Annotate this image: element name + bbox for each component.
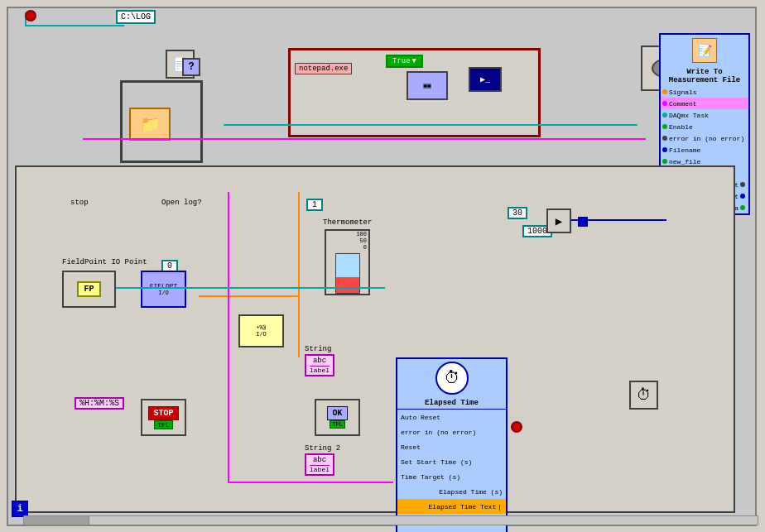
format-str-display: %H:%M:%S [75, 397, 124, 410]
string2-label: String 2 [305, 444, 340, 453]
get-start-row: Get Start Time (s) [397, 529, 506, 532]
true-arrow-icon: ▼ [412, 57, 416, 65]
wire-cyan-top [25, 25, 124, 26]
string1-text: String [305, 345, 331, 353]
openlog-container: Open log? OK TFL [161, 199, 202, 208]
thermometer-label: Thermometer [323, 218, 372, 227]
string1-block: abc label [305, 354, 334, 376]
label2-text: label [310, 465, 330, 473]
ok-inner: OK [327, 406, 347, 420]
num0-text: 0 [167, 261, 172, 271]
stop-btn-text: STOP [153, 409, 173, 418]
num30-text: 30 [512, 208, 522, 218]
label1-text: label [310, 366, 330, 374]
wire-orange-vert1 [298, 192, 300, 357]
time-target-row: Time Target (s) [397, 469, 506, 484]
elapsed-time-text-row: Elapsed Time Text | [397, 499, 506, 514]
errorin-row: error in (no error) [661, 132, 748, 144]
string2-container: String 2 abc label [305, 444, 340, 453]
abc2-text: abc [310, 456, 330, 464]
terminal-icon: ▶_ [469, 67, 502, 92]
filepath-box: C:\LOG [116, 10, 156, 24]
fp-io-block: FIELDPT I/O [141, 271, 186, 308]
true-label: True [392, 57, 411, 65]
true-dropdown[interactable]: True ▼ [386, 55, 423, 68]
stop-tfl-text: TFL [157, 421, 169, 429]
question-block: ? [182, 58, 200, 76]
fieldpoint-label: FieldPoint IO Point [62, 258, 147, 266]
enable-dot [662, 124, 667, 129]
wire-cyan-long [224, 124, 638, 126]
filenameout-dot [740, 194, 745, 199]
clock-icon: ⏱ [435, 362, 469, 395]
notepad-inner-block: ▣▣ [407, 71, 448, 100]
timer-display-block: ⏱ [629, 381, 658, 410]
num1-display: 1 [306, 199, 323, 211]
daqmx-row: DAQmx Task [661, 109, 748, 121]
savingdata-dot [740, 205, 745, 210]
info-text: i [17, 503, 22, 515]
elapsed-timer-icon: ⏱ [397, 359, 506, 397]
wire-cyan-inner [116, 287, 385, 289]
errorout-dot [740, 182, 745, 187]
error-in-row: error in (no error) [397, 424, 506, 439]
openlog-label: Open log? [161, 199, 202, 207]
abc2-val: abc [313, 456, 326, 464]
openlog-tfl: TFL [330, 420, 345, 429]
abc1-val: abc [313, 357, 326, 365]
stop-tfl: TFL [154, 420, 172, 429]
scrollbar-bottom[interactable] [23, 515, 758, 525]
write-icon: 📝 [692, 38, 717, 63]
notepad-exe-text: notepad.exe [299, 65, 348, 73]
wire-orange-h1 [199, 295, 298, 297]
thermo-scale: 100500 [326, 231, 368, 251]
string2-block: abc label [305, 453, 334, 476]
auto-reset-row: Auto Reset [397, 410, 506, 424]
errorin-dot [662, 136, 667, 141]
case-structure: False ▼ 📁 [120, 80, 203, 163]
signals-row: Signals [661, 86, 748, 98]
comment-row: Comment [661, 98, 748, 109]
io-text: I/O [158, 290, 169, 296]
filename-row: Filename [661, 144, 748, 156]
enable-row: Enable [661, 121, 748, 132]
daqmx-dot [662, 113, 667, 117]
stop-inner: STOP [148, 406, 178, 420]
multiply-block: ▶ [546, 208, 571, 233]
scrollbar-thumb[interactable] [23, 515, 89, 525]
elapsed-time-s-row: Elapsed Time (s) [397, 484, 506, 499]
info-icon: i [12, 501, 28, 517]
elapsed-time-block: ⏱ Elapsed Time Auto Reset error in (no e… [396, 357, 508, 532]
format-block: +%⟫ I/O [238, 314, 284, 347]
openlog-button[interactable]: OK TFL [315, 399, 360, 436]
reset-elapsed-row: Reset [397, 439, 506, 454]
elapsed-title: Elapsed Time [397, 397, 506, 410]
num1000-text: 1000 [527, 227, 547, 236]
wire-blue-right [571, 219, 666, 221]
red-circle-topleft [25, 10, 36, 22]
fp-inner: FP [77, 281, 100, 297]
abc1-text: abc [310, 357, 330, 365]
wire-pink-vert1 [228, 192, 229, 482]
format-str-container: %H:%M:%S [75, 397, 124, 410]
string1-container: String abc label [305, 345, 331, 354]
format-io-text: I/O [256, 331, 267, 338]
num30-display: 30 [508, 207, 527, 219]
thermometer-block: 100500 [325, 229, 370, 295]
wire-pink-h1 [228, 482, 393, 483]
signals-dot [662, 89, 667, 94]
openlog-tfl-text: TFL [332, 421, 343, 428]
stop-label-container: stop STOP TFL [70, 199, 89, 208]
format-icon: +%⟫ [256, 324, 267, 331]
filepath-text: C:\LOG [121, 12, 151, 22]
write-block-title: Write ToMeasurement File [661, 66, 748, 86]
newfile-dot [662, 159, 667, 164]
red-circle-elapsed [511, 421, 522, 433]
filename-dot [662, 147, 667, 152]
stop-text: stop [70, 199, 89, 207]
label1-val: label [310, 367, 330, 374]
num1-text: 1 [312, 200, 317, 209]
stop-button[interactable]: STOP TFL [141, 399, 186, 436]
inner-panel: stop STOP TFL Open log? OK TFL [15, 165, 735, 513]
fp-text: FP [84, 285, 94, 294]
